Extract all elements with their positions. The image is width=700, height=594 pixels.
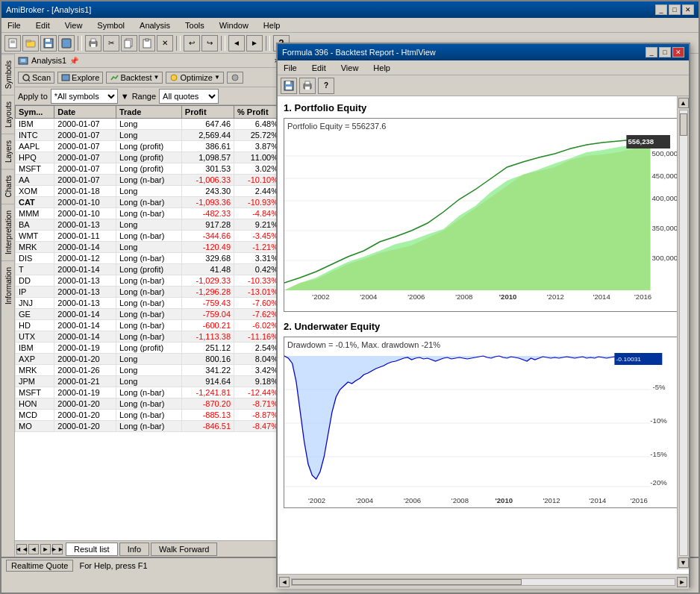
col-sym[interactable]: Sym...	[16, 106, 54, 119]
table-row[interactable]: HON 2000-01-20 Long (n-bar) -870.20 -8.7…	[16, 398, 282, 410]
table-row[interactable]: JPM 2000-01-21 Long 914.64 9.18%	[16, 376, 282, 387]
maximize-button[interactable]: □	[669, 4, 681, 15]
nav-first[interactable]: ◄◄	[16, 544, 27, 554]
sidebar-tab-interpretation[interactable]: Interpretation	[1, 204, 14, 260]
table-row[interactable]: AAPL 2000-01-07 Long (profit) 386.61 3.8…	[16, 141, 282, 152]
menu-view[interactable]: View	[62, 21, 86, 30]
analysis-tab-pin[interactable]: 📌	[69, 57, 78, 65]
scroll-right-btn[interactable]: ►	[677, 577, 687, 587]
sidebar-tab-symbols[interactable]: Symbols	[1, 54, 14, 95]
backtest-dropdown-arrow[interactable]: ▼	[154, 74, 160, 81]
menu-file[interactable]: File	[4, 21, 24, 30]
table-row[interactable]: IP 2000-01-13 Long (n-bar) -1,296.28 -13…	[16, 287, 282, 298]
scrollbar-track[interactable]	[291, 578, 675, 586]
copy-button[interactable]	[121, 35, 137, 51]
apply-select[interactable]: *All symbols	[51, 89, 118, 104]
table-row[interactable]: WMT 2000-01-11 Long (n-bar) -344.66 -3.4…	[16, 231, 282, 242]
table-row[interactable]: AXP 2000-01-20 Long 800.16 8.04%	[16, 354, 282, 365]
filter-icon[interactable]: ▼	[121, 92, 129, 101]
table-row[interactable]: MRK 2000-01-26 Long 341.22 3.42%	[16, 365, 282, 376]
nav-prev[interactable]: ◄	[28, 544, 39, 554]
backtest-button[interactable]: Backtest ▼	[106, 72, 163, 84]
vscroll-thumb[interactable]	[680, 113, 687, 136]
new-button[interactable]	[4, 35, 21, 51]
minimize-button[interactable]: _	[655, 4, 667, 15]
table-row[interactable]: HPQ 2000-01-07 Long (profit) 1,098.57 11…	[16, 152, 282, 163]
col-trade[interactable]: Trade	[116, 106, 181, 119]
sidebar-tab-layers[interactable]: Layers	[1, 134, 14, 169]
table-row[interactable]: IBM 2000-01-07 Long 647.46 6.48%	[16, 119, 282, 130]
hv-menu-view[interactable]: View	[338, 63, 362, 72]
table-row[interactable]: XOM 2000-01-18 Long 243.30 2.44%	[16, 186, 282, 197]
print-button[interactable]	[85, 35, 101, 51]
menu-window[interactable]: Window	[216, 21, 251, 30]
cut-button[interactable]: ✂	[103, 35, 119, 51]
table-row[interactable]: AA 2000-01-07 Long (n-bar) -1,006.33 -10…	[16, 175, 282, 186]
open-button[interactable]	[22, 35, 39, 51]
table-row[interactable]: MRK 2000-01-14 Long -120.49 -1.21%	[16, 242, 282, 253]
scroll-left-btn[interactable]: ◄	[279, 577, 290, 587]
html-view-close[interactable]: ✕	[672, 47, 684, 57]
table-row[interactable]: HD 2000-01-14 Long (n-bar) -600.21 -6.02…	[16, 320, 282, 331]
close-button[interactable]: ✕	[682, 4, 694, 15]
sidebar-tab-information[interactable]: Information	[1, 260, 14, 310]
html-view-maximize[interactable]: □	[659, 47, 671, 57]
html-view-vscrollbar[interactable]: ▲ ▼	[677, 96, 689, 569]
redo-button[interactable]: ↪	[201, 35, 218, 51]
html-view-minimize[interactable]: _	[646, 47, 657, 57]
table-row[interactable]: UTX 2000-01-14 Long (n-bar) -1,113.38 -1…	[16, 331, 282, 343]
table-row[interactable]: INTC 2000-01-07 Long 2,569.44 25.72%	[16, 130, 282, 141]
sidebar-tab-layouts[interactable]: Layouts	[1, 95, 14, 134]
delete-button[interactable]: ✕	[157, 35, 173, 51]
save-button[interactable]	[40, 35, 57, 51]
col-pct[interactable]: % Profit	[234, 106, 282, 119]
scroll-down-btn[interactable]: ▼	[678, 557, 689, 568]
html-view-hscrollbar[interactable]: ◄ ►	[278, 574, 689, 589]
tab-result-list[interactable]: Result list	[66, 543, 118, 556]
range-select[interactable]: All quotes	[159, 89, 219, 104]
hv-help-button[interactable]: ?	[318, 78, 334, 94]
more-button[interactable]	[227, 72, 243, 84]
menu-symbol[interactable]: Symbol	[94, 21, 128, 30]
table-row[interactable]: IBM 2000-01-19 Long (profit) 251.12 2.54…	[16, 343, 282, 354]
tab-info[interactable]: Info	[119, 543, 149, 556]
save2-button[interactable]	[58, 35, 75, 51]
table-row[interactable]: GE 2000-01-14 Long (n-bar) -759.04 -7.62…	[16, 309, 282, 320]
table-row[interactable]: DIS 2000-01-12 Long (n-bar) 329.68 3.31%	[16, 253, 282, 264]
realtime-quote-button[interactable]: Realtime Quote	[6, 560, 73, 572]
hv-print-button[interactable]	[299, 78, 316, 94]
scrollbar-thumb[interactable]	[292, 579, 522, 585]
table-row[interactable]: MCD 2000-01-20 Long (n-bar) -885.13 -8.8…	[16, 410, 282, 421]
optimize-button[interactable]: Optimize ▼	[166, 72, 223, 84]
undo-button[interactable]: ↩	[184, 35, 200, 51]
forward-button[interactable]: ►	[246, 35, 263, 51]
menu-help[interactable]: Help	[260, 21, 284, 30]
menu-analysis[interactable]: Analysis	[137, 21, 173, 30]
analysis-tab-label[interactable]: Analysis1	[31, 56, 66, 65]
table-row[interactable]: BA 2000-01-13 Long 917.28 9.21%	[16, 219, 282, 231]
hv-save-button[interactable]	[281, 78, 297, 94]
table-row[interactable]: JNJ 2000-01-13 Long (n-bar) -759.43 -7.6…	[16, 298, 282, 309]
back-button[interactable]: ◄	[228, 35, 245, 51]
table-row[interactable]: T 2000-01-14 Long (profit) 41.48 0.42%	[16, 264, 282, 275]
col-date[interactable]: Date	[54, 106, 116, 119]
table-row[interactable]: MMM 2000-01-10 Long (n-bar) -482.33 -4.8…	[16, 208, 282, 219]
scan-button[interactable]: Scan	[18, 72, 54, 84]
table-row[interactable]: MSFT 2000-01-07 Long (profit) 301.53 3.0…	[16, 163, 282, 175]
paste-button[interactable]	[139, 35, 155, 51]
optimize-dropdown-arrow[interactable]: ▼	[214, 74, 220, 81]
nav-next[interactable]: ►	[40, 544, 51, 554]
tab-walk-forward[interactable]: Walk Forward	[151, 543, 217, 556]
hv-menu-edit[interactable]: Edit	[309, 63, 329, 72]
table-row[interactable]: MSFT 2000-01-19 Long (n-bar) -1,241.81 -…	[16, 387, 282, 398]
nav-last[interactable]: ►►	[52, 544, 63, 554]
scroll-up-btn[interactable]: ▲	[678, 98, 689, 108]
col-profit[interactable]: Profit	[181, 106, 234, 119]
menu-tools[interactable]: Tools	[182, 21, 207, 30]
table-row[interactable]: MO 2000-01-20 Long (n-bar) -846.51 -8.47…	[16, 421, 282, 432]
table-row[interactable]: CAT 2000-01-10 Long (n-bar) -1,093.36 -1…	[16, 197, 282, 208]
table-row[interactable]: DD 2000-01-13 Long (n-bar) -1,029.33 -10…	[16, 275, 282, 287]
explore-button[interactable]: Explore	[57, 72, 103, 84]
hv-menu-file[interactable]: File	[281, 63, 300, 72]
sidebar-tab-charts[interactable]: Charts	[1, 169, 14, 203]
